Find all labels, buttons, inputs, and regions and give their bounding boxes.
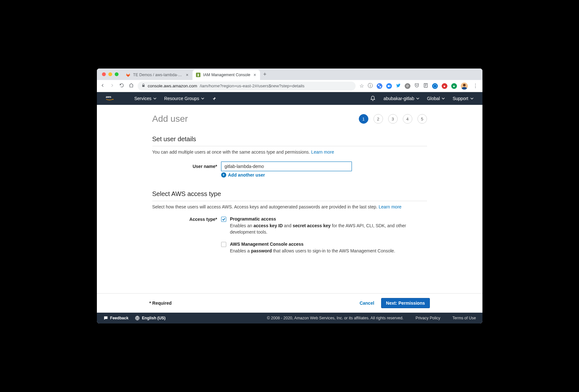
svg-point-1: [198, 74, 199, 75]
plus-circle-icon: +: [221, 172, 226, 178]
tab-title: IAM Management Console: [203, 73, 250, 77]
notifications-icon[interactable]: [370, 96, 376, 101]
page-title: Add user: [152, 114, 188, 124]
terms-of-use-link[interactable]: Terms of Use: [452, 316, 476, 320]
browser-menu-button[interactable]: ⋮: [472, 83, 479, 89]
info-icon[interactable]: ⓘ: [368, 83, 373, 89]
reload-button[interactable]: [119, 83, 124, 89]
wizard-steps: 1 2 3 4 5: [359, 114, 427, 124]
console-access-title: AWS Management Console access: [230, 242, 427, 247]
tab-title: TE Demos / aws-lambda-demo: [133, 73, 183, 77]
programmatic-access-checkbox[interactable]: [221, 217, 226, 222]
pin-icon[interactable]: [212, 96, 216, 101]
user-details-heading: Set user details: [152, 135, 427, 143]
gitlab-icon: [126, 72, 131, 77]
svg-rect-3: [387, 85, 389, 87]
learn-more-link[interactable]: Learn more: [311, 149, 334, 155]
step-2[interactable]: 2: [373, 114, 383, 124]
svg-text:aws: aws: [106, 95, 111, 98]
profile-avatar[interactable]: [461, 83, 468, 90]
nav-buttons: [100, 83, 134, 89]
footer-bar: * Required Cancel Next: Permissions: [97, 293, 482, 313]
access-type-label: Access type*: [152, 216, 221, 222]
services-menu[interactable]: Services: [134, 96, 157, 101]
extension-icon[interactable]: ⊘: [405, 83, 410, 89]
divider: [152, 201, 427, 201]
aws-header: aws Services Resource Groups abubakar-gi…: [97, 92, 482, 105]
next-permissions-button[interactable]: Next: Permissions: [381, 298, 430, 308]
language-label: English (US): [142, 316, 165, 320]
add-another-user-label: Add another user: [228, 172, 265, 178]
account-label: abubakar-gitlab: [383, 96, 414, 101]
services-label: Services: [134, 96, 152, 101]
translate-extension-icon[interactable]: [377, 83, 382, 89]
browser-tab-gitlab[interactable]: TE Demos / aws-lambda-demo ×: [122, 70, 192, 80]
user-details-description: You can add multiple users at once with …: [152, 149, 427, 155]
support-menu[interactable]: Support: [452, 96, 473, 101]
cancel-button[interactable]: Cancel: [359, 301, 374, 306]
svg-rect-2: [198, 75, 199, 76]
support-label: Support: [452, 96, 468, 101]
feedback-button[interactable]: Feedback: [103, 316, 129, 321]
url-path: /iam/home?region=us-east-2#/users$new?st…: [200, 83, 305, 88]
tab-strip: TE Demos / aws-lambda-demo × IAM Managem…: [97, 69, 482, 80]
window-controls: [100, 69, 122, 80]
resource-groups-menu[interactable]: Resource Groups: [164, 96, 204, 101]
address-bar: console.aws.amazon.com/iam/home?region=u…: [97, 80, 482, 92]
required-note: * Required: [149, 301, 172, 306]
star-icon[interactable]: ☆: [359, 83, 364, 89]
console-access-description: Enables a password that allows users to …: [230, 248, 427, 254]
toolbar-icons: ☆ ⓘ ⊘ ◯ ● ● ⋮: [359, 83, 479, 90]
aws-footer: Feedback English (US) © 2008 - 2020, Ama…: [97, 313, 482, 323]
username-input[interactable]: [221, 162, 352, 171]
browser-window: TE Demos / aws-lambda-demo × IAM Managem…: [97, 69, 482, 323]
programmatic-access-title: Programmatic access: [230, 216, 427, 221]
url-field[interactable]: console.aws.amazon.com/iam/home?region=u…: [138, 82, 356, 91]
close-tab-icon[interactable]: ×: [253, 73, 257, 77]
back-button[interactable]: [100, 83, 105, 89]
new-tab-button[interactable]: +: [260, 71, 270, 78]
resource-groups-label: Resource Groups: [164, 96, 199, 101]
lock-icon: [141, 83, 145, 88]
language-selector[interactable]: English (US): [135, 316, 165, 321]
extension-icon-green[interactable]: ●: [451, 83, 457, 89]
minimize-window-icon[interactable]: [108, 72, 112, 76]
aws-logo[interactable]: aws: [106, 95, 117, 102]
console-access-checkbox[interactable]: [221, 242, 226, 247]
close-window-icon[interactable]: [102, 72, 106, 76]
step-3[interactable]: 3: [388, 114, 398, 124]
step-1[interactable]: 1: [359, 114, 368, 124]
url-host: console.aws.amazon.com: [148, 83, 197, 88]
feedback-label: Feedback: [110, 316, 129, 320]
close-tab-icon[interactable]: ×: [185, 73, 189, 77]
home-button[interactable]: [129, 83, 134, 89]
region-menu[interactable]: Global: [427, 96, 445, 101]
privacy-policy-link[interactable]: Privacy Policy: [416, 316, 440, 320]
programmatic-access-description: Enables an access key ID and secret acce…: [230, 223, 427, 235]
step-5[interactable]: 5: [417, 114, 427, 124]
divider: [152, 146, 427, 146]
add-another-user-button[interactable]: + Add another user: [221, 172, 265, 178]
extension-icon-red[interactable]: ●: [442, 83, 447, 89]
pocket-extension-icon[interactable]: [414, 83, 419, 89]
browser-tab-aws[interactable]: IAM Management Console ×: [192, 70, 260, 80]
zoom-extension-icon[interactable]: [386, 83, 392, 89]
twitter-extension-icon[interactable]: [396, 83, 401, 89]
copyright-text: © 2008 - 2020, Amazon Web Services, Inc.…: [267, 316, 403, 320]
access-type-description: Select how these users will access AWS. …: [152, 204, 427, 209]
account-menu[interactable]: abubakar-gitlab: [383, 96, 419, 101]
aws-iam-icon: [196, 72, 201, 77]
main-content: Add user 1 2 3 4 5 Set user details You …: [97, 105, 482, 293]
learn-more-link[interactable]: Learn more: [379, 204, 402, 209]
extension-icon-blue[interactable]: ◯: [432, 83, 438, 89]
username-label: User name*: [152, 162, 221, 169]
access-type-heading: Select AWS access type: [152, 190, 427, 198]
forward-button[interactable]: [110, 83, 115, 89]
step-4[interactable]: 4: [403, 114, 412, 124]
maximize-window-icon[interactable]: [115, 72, 119, 76]
region-label: Global: [427, 96, 440, 101]
reader-extension-icon[interactable]: [423, 83, 428, 89]
